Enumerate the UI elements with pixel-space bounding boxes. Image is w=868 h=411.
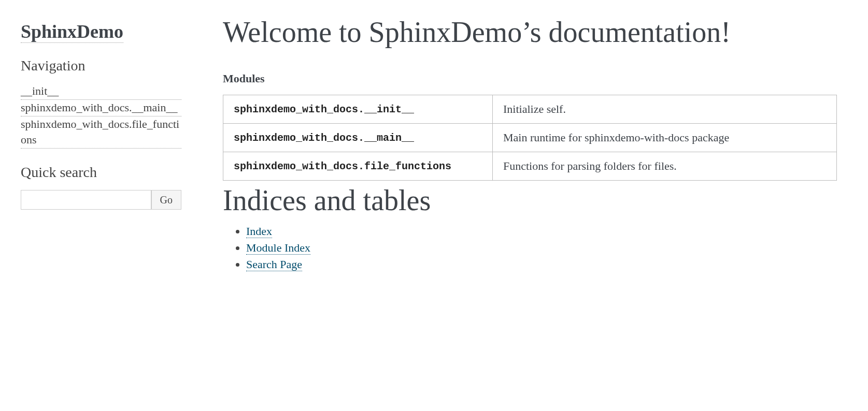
index-link-modindex[interactable]: Module Index (246, 241, 310, 255)
list-item: Module Index (246, 241, 837, 255)
search-form: Go (21, 190, 181, 210)
nav-heading: Navigation (21, 57, 181, 74)
nav-item-init[interactable]: __init__ (21, 83, 181, 100)
table-row: sphinxdemo_with_docs.file_functions Func… (223, 152, 837, 181)
index-list: Index Module Index Search Page (223, 225, 837, 271)
modules-label: Modules (223, 72, 837, 85)
search-heading: Quick search (21, 164, 181, 181)
site-title-link[interactable]: SphinxDemo (21, 21, 123, 42)
module-name[interactable]: sphinxdemo_with_docs.__init__ (223, 95, 493, 124)
module-desc: Functions for parsing folders for files. (493, 152, 837, 181)
search-input[interactable] (21, 190, 151, 210)
module-name[interactable]: sphinxdemo_with_docs.__main__ (223, 124, 493, 152)
module-name[interactable]: sphinxdemo_with_docs.file_functions (223, 152, 493, 181)
index-link-genindex[interactable]: Index (246, 225, 272, 238)
module-desc: Initialize self. (493, 95, 837, 124)
search-go-button[interactable]: Go (151, 190, 181, 210)
page-title: Welcome to SphinxDemo’s documentation! (223, 16, 837, 49)
indices-heading: Indices and tables (223, 184, 837, 217)
sidebar: SphinxDemo Navigation __init__ sphinxdem… (0, 0, 197, 411)
site-title: SphinxDemo (21, 21, 123, 43)
table-row: sphinxdemo_with_docs.__init__ Initialize… (223, 95, 837, 124)
nav-item-main[interactable]: sphinxdemo_with_docs.__main__ (21, 100, 181, 116)
list-item: Search Page (246, 258, 837, 271)
main-content: Welcome to SphinxDemo’s documentation! M… (197, 0, 868, 411)
list-item: Index (246, 225, 837, 238)
module-desc: Main runtime for sphinxdemo-with-docs pa… (493, 124, 837, 152)
nav-item-file-functions[interactable]: sphinxdemo_with_docs.file_functions (21, 116, 181, 149)
modules-table: sphinxdemo_with_docs.__init__ Initialize… (223, 95, 837, 181)
nav-links: __init__ sphinxdemo_with_docs.__main__ s… (21, 83, 181, 149)
table-row: sphinxdemo_with_docs.__main__ Main runti… (223, 124, 837, 152)
index-link-search[interactable]: Search Page (246, 258, 302, 271)
